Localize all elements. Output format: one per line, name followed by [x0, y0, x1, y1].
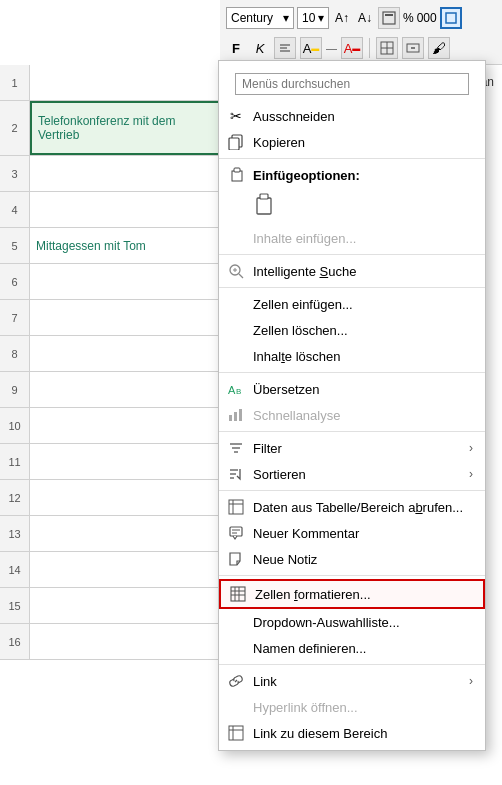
context-menu-item-link-bereich[interactable]: Link zu diesem Bereich	[219, 720, 485, 746]
svg-rect-1	[385, 14, 393, 16]
grid-cell[interactable]	[30, 192, 220, 227]
context-menu-item-zellen-einfuegen[interactable]: Zellen einfügen...	[219, 291, 485, 317]
cm-label: Intelligente Suche	[253, 264, 356, 279]
row-header: 16	[0, 624, 30, 659]
separator1	[369, 38, 370, 58]
row-header: 14	[0, 552, 30, 587]
svg-line-18	[239, 274, 243, 278]
borders-icon[interactable]	[376, 37, 398, 59]
context-menu-item-zellen-loeschen[interactable]: Zellen löschen...	[219, 317, 485, 343]
row-header: 5	[0, 228, 30, 263]
cm-label: Namen definieren...	[253, 641, 366, 656]
grid-cell[interactable]	[30, 300, 220, 335]
paint-icon[interactable]: 🖌	[428, 37, 450, 59]
context-menu-item-daten-tabelle[interactable]: Daten aus Tabelle/Bereich abrufen...	[219, 494, 485, 520]
comment-icon	[227, 524, 245, 542]
highlight-icon[interactable]: A▬	[300, 37, 322, 59]
context-menu-item-ausschneiden[interactable]: ✂ Ausschneiden	[219, 103, 485, 129]
context-menu-item-uebersetzen[interactable]: AB Übersetzen	[219, 376, 485, 402]
context-menu-item-hyperlink-oeffnen[interactable]: Hyperlink öffnen...	[219, 694, 485, 720]
font-name-label: Century	[231, 11, 273, 25]
grid-row: 13	[0, 516, 220, 552]
table-data-icon	[227, 498, 245, 516]
svg-line-43	[235, 680, 237, 682]
grid-cell[interactable]	[30, 588, 220, 623]
border-icon[interactable]	[440, 7, 462, 29]
paste-options-icon	[227, 166, 245, 184]
font-color-icon[interactable]: A▬	[341, 37, 363, 59]
cm-label: Dropdown-Auswahlliste...	[253, 615, 400, 630]
grid-cell[interactable]	[30, 444, 220, 479]
row-header: 9	[0, 372, 30, 407]
clear-content-icon	[227, 347, 245, 365]
context-menu-item-dropdown[interactable]: Dropdown-Auswahlliste...	[219, 609, 485, 635]
font-size-box[interactable]: 10 ▾	[297, 7, 329, 29]
format-icon[interactable]	[378, 7, 400, 29]
font-name-box[interactable]: Century ▾	[226, 7, 294, 29]
context-menu-search-input[interactable]	[235, 73, 469, 95]
font-size-dropdown-icon[interactable]: ▾	[318, 11, 324, 25]
context-menu-item-filter[interactable]: Filter ›	[219, 435, 485, 461]
delete-cells-icon	[227, 321, 245, 339]
italic-button[interactable]: K	[250, 38, 270, 58]
grid-cell[interactable]	[30, 156, 220, 191]
sort-icon	[227, 465, 245, 483]
context-menu-item-intelligente-suche[interactable]: Intelligente Suche	[219, 258, 485, 284]
increase-font-button[interactable]: A↑	[332, 8, 352, 28]
arrow-icon: ›	[469, 441, 473, 455]
grid-row: 3	[0, 156, 220, 192]
context-menu-item-namen-definieren[interactable]: Namen definieren...	[219, 635, 485, 661]
merge-icon[interactable]	[402, 37, 424, 59]
separator	[219, 664, 485, 665]
cm-label: Daten aus Tabelle/Bereich abrufen...	[253, 500, 463, 515]
filter-icon	[227, 439, 245, 457]
row-header: 13	[0, 516, 30, 551]
grid-cell[interactable]	[30, 624, 220, 659]
svg-rect-24	[234, 412, 237, 421]
context-menu-item-kopieren[interactable]: Kopieren	[219, 129, 485, 155]
grid-cell[interactable]	[30, 516, 220, 551]
link-icon	[227, 672, 245, 690]
grid-cell-selected[interactable]: Telefonkonferenz mit dem Vertrieb	[30, 101, 220, 155]
grid-cell[interactable]	[30, 552, 220, 587]
svg-rect-32	[229, 500, 243, 514]
context-menu-item-neue-notiz[interactable]: Neue Notiz	[219, 546, 485, 572]
grid-row: 7	[0, 300, 220, 336]
grid-cell[interactable]	[30, 480, 220, 515]
align-left-icon[interactable]	[274, 37, 296, 59]
svg-rect-15	[257, 198, 271, 214]
cm-label: Übersetzen	[253, 382, 319, 397]
cell-text: Telefonkonferenz mit dem Vertrieb	[38, 114, 212, 142]
separator	[219, 158, 485, 159]
grid-row: 1	[0, 65, 220, 101]
row-header: 11	[0, 444, 30, 479]
svg-rect-12	[229, 138, 239, 150]
context-menu-paste-icon-row[interactable]	[219, 188, 485, 225]
insert-cells-icon	[227, 295, 245, 313]
context-menu-item-sortieren[interactable]: Sortieren ›	[219, 461, 485, 487]
grid-cell[interactable]	[30, 372, 220, 407]
decrease-font-button[interactable]: A↓	[355, 8, 375, 28]
context-menu: ✂ Ausschneiden Kopieren Einfügeoptionen:…	[218, 60, 486, 751]
svg-rect-14	[234, 168, 240, 172]
grid-cell[interactable]	[30, 336, 220, 371]
context-menu-item-inhalte-loeschen[interactable]: Inhalte löschen	[219, 343, 485, 369]
context-menu-item-schnellanalyse[interactable]: Schnellanalyse	[219, 402, 485, 428]
translate-icon: AB	[227, 380, 245, 398]
grid-row: 5 Mittagessen mit Tom	[0, 228, 220, 264]
context-menu-item-link[interactable]: Link ›	[219, 668, 485, 694]
context-menu-item-zellen-formatieren[interactable]: Zellen formatieren...	[219, 579, 485, 609]
cm-label: Neue Notiz	[253, 552, 317, 567]
svg-text:A: A	[228, 384, 236, 396]
grid-cell[interactable]	[30, 408, 220, 443]
svg-rect-44	[229, 726, 243, 740]
grid-cell[interactable]	[30, 264, 220, 299]
context-menu-item-inhalte-einfuegen[interactable]: Inhalte einfügen...	[219, 225, 485, 251]
grid-cell[interactable]: Mittagessen mit Tom	[30, 228, 220, 263]
grid-cell[interactable]	[30, 65, 220, 100]
bold-button[interactable]: F	[226, 38, 246, 58]
context-menu-item-neuer-kommentar[interactable]: Neuer Kommentar	[219, 520, 485, 546]
svg-rect-16	[260, 194, 268, 199]
font-name-dropdown-icon[interactable]: ▾	[283, 11, 289, 25]
grid-row: 15	[0, 588, 220, 624]
